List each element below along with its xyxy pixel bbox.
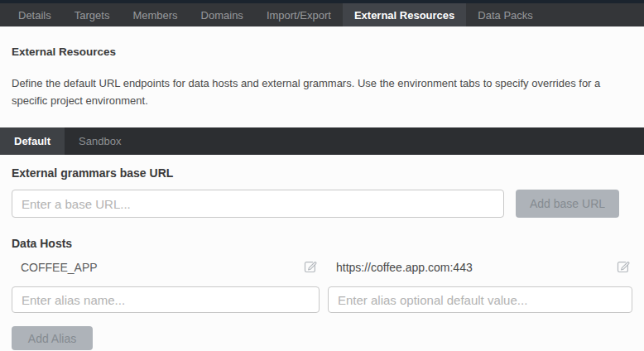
base-url-input[interactable] (12, 190, 504, 218)
tab-targets[interactable]: Targets (63, 3, 122, 26)
tab-sandbox-environment[interactable]: Sandbox (65, 127, 135, 155)
edit-pencil-square-icon (615, 258, 632, 277)
tab-domains[interactable]: Domains (190, 3, 255, 26)
edit-host-url-button[interactable] (614, 258, 632, 276)
page-content: External Resources Define the default UR… (0, 26, 644, 109)
external-grammars-section: External grammars base URL Add base URL … (0, 166, 644, 350)
environment-tabs: Default Sandbox (0, 127, 644, 155)
add-alias-button[interactable]: Add Alias (12, 326, 93, 350)
alias-default-value-input[interactable] (328, 286, 632, 313)
data-host-url: https://coffee.app.com:443 (336, 261, 473, 274)
tab-default-environment[interactable]: Default (0, 127, 65, 155)
project-nav-tabs: Details Targets Members Domains Import/E… (0, 3, 644, 26)
external-grammars-label: External grammars base URL (12, 166, 632, 180)
tab-external-resources[interactable]: External Resources (343, 3, 466, 26)
alias-input-row (12, 286, 632, 313)
description-line-1: Define the default URL endpoints for dat… (12, 75, 632, 92)
description-line-2: specific project environment. (12, 92, 632, 109)
data-host-row: COFFEE_APP https://coffee.app.com:443 (12, 258, 632, 276)
data-host-name: COFFEE_APP (21, 261, 98, 274)
tab-data-packs[interactable]: Data Packs (466, 3, 544, 26)
tab-members[interactable]: Members (121, 3, 189, 26)
alias-name-input[interactable] (12, 286, 320, 313)
edit-pencil-square-icon (302, 258, 319, 277)
edit-host-name-button[interactable] (301, 258, 320, 276)
data-hosts-heading: Data Hosts (12, 237, 632, 250)
tab-import-export[interactable]: Import/Export (255, 3, 343, 26)
add-base-url-button[interactable]: Add base URL (516, 190, 619, 218)
page-description: Define the default URL endpoints for dat… (12, 75, 632, 109)
tab-details[interactable]: Details (7, 3, 63, 26)
page-title: External Resources (12, 26, 632, 58)
